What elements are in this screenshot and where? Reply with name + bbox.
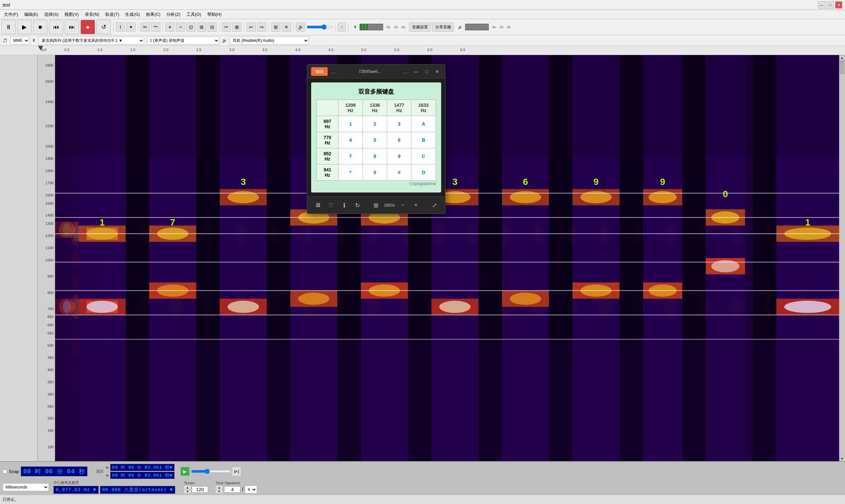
panel-dots-1[interactable]: ... xyxy=(330,68,337,75)
dtmf-cell-4[interactable]: 4 xyxy=(338,132,363,148)
time-format-select[interactable]: Milliseconds xyxy=(3,483,49,491)
mini-play-button[interactable]: ▶ xyxy=(180,467,190,476)
panel-heart-icon[interactable]: ♡ xyxy=(326,200,336,211)
scroll-up-button[interactable]: ▲ xyxy=(839,55,845,60)
dtmf-cell-7[interactable]: 7 xyxy=(338,148,363,164)
tempo-down-button[interactable]: ▼ xyxy=(184,489,191,493)
pause-button[interactable]: ⏸ xyxy=(1,20,16,34)
menu-file[interactable]: 文件(F) xyxy=(1,11,21,18)
zoom-in-button[interactable]: + xyxy=(165,22,175,32)
next-button[interactable]: ⏭ xyxy=(65,20,79,34)
zoom-sel-button[interactable]: ⊡ xyxy=(186,22,196,32)
scroll-track[interactable] xyxy=(839,60,845,456)
dtmf-cell-D[interactable]: D xyxy=(411,164,436,181)
mic-select[interactable]: 麦克风阵列 (适用于数字麦克风的英特尔® 1 ▼ xyxy=(39,37,144,44)
time-sig-num-display[interactable]: 4 xyxy=(224,486,241,493)
snap-checkbox[interactable] xyxy=(3,469,7,474)
multi-tool-button[interactable]: ✦ xyxy=(126,22,136,32)
time-sig-section: Time Signature ▲ ▼ 4 / 4 xyxy=(215,481,257,493)
panel-maximize-button[interactable]: □ xyxy=(422,68,431,75)
scroll-thumb[interactable] xyxy=(840,61,844,74)
panel-info-icon[interactable]: ℹ xyxy=(339,200,349,211)
close-button[interactable]: ✕ xyxy=(835,1,842,8)
tempo-display[interactable]: 120 xyxy=(192,486,208,493)
region-start-display[interactable]: 00 时 00 分 03.901 秒▼ xyxy=(110,464,175,471)
menu-record[interactable]: 录音(N) xyxy=(82,11,102,18)
volume-slider[interactable] xyxy=(307,24,333,30)
draw-tool-button[interactable]: ✏ xyxy=(141,22,150,32)
zoom-out-button[interactable]: − xyxy=(176,22,185,32)
dtmf-cell-8[interactable]: 8 xyxy=(363,148,387,164)
dtmf-cell-A[interactable]: A xyxy=(411,116,436,132)
time-sig-num-up[interactable]: ▲ xyxy=(215,486,223,489)
mini-playback-slider[interactable] xyxy=(191,469,231,474)
menu-tools[interactable]: 工具(O) xyxy=(184,11,204,18)
dtmf-cell-6[interactable]: 6 xyxy=(387,132,411,148)
channel-select[interactable]: 1 (单声道) 录制声道 xyxy=(147,37,220,44)
stop-button[interactable]: ■ xyxy=(33,20,48,34)
panel-minimize-button[interactable]: — xyxy=(412,68,420,75)
octaves-value-display[interactable]: 00.000 八度音(octaves) ▼ xyxy=(100,486,175,494)
menu-analyze[interactable]: 分析(Z) xyxy=(163,11,183,18)
panel-dots-2[interactable]: ... xyxy=(402,68,410,75)
panel-window-icon[interactable]: ⊞ xyxy=(370,200,381,211)
menu-help[interactable]: 帮助(H) xyxy=(205,11,224,18)
redo-button[interactable]: ↪ xyxy=(257,22,266,32)
menu-generate[interactable]: 生成(G) xyxy=(122,11,142,18)
zoom-full-button[interactable]: ⊞ xyxy=(197,22,206,32)
dtmf-cell-3[interactable]: 3 xyxy=(387,116,411,132)
freq-value-display[interactable]: 0,977.83 Hz ▼ xyxy=(53,486,99,494)
dtmf-cell-star[interactable]: * xyxy=(338,164,363,181)
mini-end-button[interactable]: ⊳| xyxy=(232,467,241,476)
output-select[interactable]: 耳机 (Realtek(R) Audio) xyxy=(230,37,309,44)
cursor-tool-button[interactable]: I xyxy=(116,22,125,32)
record-button[interactable]: ● xyxy=(81,20,95,34)
driver-select[interactable]: MME xyxy=(10,37,29,44)
scroll-down-button[interactable]: ▼ xyxy=(839,456,845,461)
smooth-tool-button[interactable]: 〜 xyxy=(151,22,160,32)
menu-edit[interactable]: 编辑(E) xyxy=(21,11,41,18)
minimize-button[interactable]: — xyxy=(818,1,825,8)
undo-button[interactable]: ↩ xyxy=(246,22,256,32)
freq-600: 600 xyxy=(48,323,53,327)
dtmf-cell-9[interactable]: 9 xyxy=(387,148,411,164)
dtmf-cell-2[interactable]: 2 xyxy=(363,116,387,132)
panel-edit-tab[interactable]: 编辑 xyxy=(311,67,328,76)
spectrogram-view[interactable]: 1 7 3 5 8 3 6 9 9 0 1 xyxy=(55,55,839,461)
play-button[interactable]: ▶ xyxy=(17,20,32,34)
menu-view[interactable]: 视图(V) xyxy=(62,11,81,18)
menu-select[interactable]: 选择(S) xyxy=(41,11,61,18)
panel-fullscreen-icon[interactable]: ⤢ xyxy=(429,200,440,211)
prev-button[interactable]: ⏮ xyxy=(49,20,63,34)
panel-refresh-icon[interactable]: ↻ xyxy=(352,200,363,211)
volume-button[interactable]: 🔊 xyxy=(296,22,305,32)
vertical-scrollbar[interactable]: ▲ ▼ xyxy=(839,55,845,461)
dtmf-cell-0[interactable]: 0 xyxy=(363,164,387,181)
delete-clip-button[interactable]: ✕ xyxy=(282,22,291,32)
maximize-button[interactable]: □ xyxy=(827,1,834,8)
dtmf-cell-B[interactable]: B xyxy=(411,132,436,148)
save-clip-button[interactable]: ⊞ xyxy=(271,22,280,32)
time-sig-num-down[interactable]: ▼ xyxy=(215,489,223,493)
loop-button[interactable]: ↺ xyxy=(96,20,111,34)
playhead[interactable] xyxy=(38,46,43,50)
share-audio-button[interactable]: 分享音频 xyxy=(432,22,454,32)
time-sig-den-select[interactable]: 4 xyxy=(245,486,257,493)
dtmf-cell-hash[interactable]: # xyxy=(387,164,411,181)
panel-zoom-up-icon[interactable]: + xyxy=(411,200,421,211)
dtmf-cell-1[interactable]: 1 xyxy=(338,116,363,132)
panel-close-button[interactable]: ✕ xyxy=(433,68,441,75)
region-end-display[interactable]: 00 时 00 分 03.901 秒▼ xyxy=(110,472,175,479)
dtmf-cell-C[interactable]: C xyxy=(411,148,436,164)
audio-settings-button[interactable]: 音频设置 xyxy=(409,22,431,32)
menu-effects[interactable]: 效果(C) xyxy=(143,11,163,18)
cut-button[interactable]: ✂ xyxy=(222,22,231,32)
panel-monitor-icon[interactable]: 🖥 xyxy=(312,200,323,211)
menu-track[interactable]: 轨道(T) xyxy=(103,11,122,18)
dtmf-cell-5[interactable]: 5 xyxy=(363,132,387,148)
upload-button[interactable]: ↑ xyxy=(338,22,346,32)
tempo-up-button[interactable]: ▲ xyxy=(184,486,191,489)
panel-zoom-down-icon[interactable]: − xyxy=(398,200,408,211)
trim-button[interactable]: ⊠ xyxy=(232,22,242,32)
zoom-fit-button[interactable]: ⊟ xyxy=(208,22,217,32)
